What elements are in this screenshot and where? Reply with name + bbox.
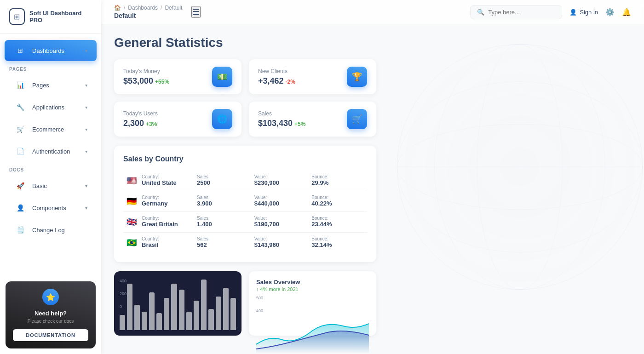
country-label: Country: <box>142 195 193 200</box>
stat-card-clients: New Clients +3,462 -2% 🏆 <box>249 59 376 94</box>
value-cell: Value: $440,000 <box>253 191 310 212</box>
bounce-value: 29.9% <box>311 179 365 186</box>
documentation-button[interactable]: DOCUMENTATION <box>13 329 88 341</box>
sales-label: Sales: <box>197 195 251 200</box>
help-star-icon: ⭐ <box>42 289 59 305</box>
sidebar-item-components[interactable]: 👤 Components ▾ <box>5 197 97 218</box>
sidebar-item-pages[interactable]: 📊 Pages ▾ <box>5 74 97 96</box>
content-area: /* dots rendered via JS below */ General… <box>101 24 644 354</box>
flag-cell: 🇬🇧 <box>123 212 140 233</box>
bar-item <box>194 301 199 330</box>
search-box[interactable]: 🔍 <box>470 5 562 19</box>
bar-item <box>142 312 147 330</box>
bar-chart <box>114 280 242 336</box>
signin-label: Sign in <box>580 9 598 16</box>
bar-item <box>149 292 155 331</box>
sales-cell: Sales: 3.900 <box>195 191 253 212</box>
value-cell: Value: $143,960 <box>253 233 310 253</box>
sidebar-item-basic[interactable]: 🚀 Basic ▾ <box>5 175 97 196</box>
stat-value-clients: +3,462 <box>258 76 284 86</box>
stat-label-sales: Sales <box>258 110 305 117</box>
sales-by-country-card: Sales by Country 🇺🇸 Country: United Stat… <box>114 146 376 262</box>
stats-grid: Today's Money $53,000 +55% 💵 New Clients… <box>114 59 376 137</box>
value-label: Value: <box>254 216 308 221</box>
topbar-right: 🔍 👤 Sign in ⚙️ 🔔 <box>470 5 631 19</box>
country-value: Germany <box>142 200 193 207</box>
page-title: General Statistics <box>114 35 631 50</box>
breadcrumb-parent[interactable]: Dashboards <box>128 5 158 11</box>
value-amount: $230,900 <box>254 179 308 186</box>
bar-chart-card: 400 200 0 <box>114 271 242 336</box>
stat-info-money: Today's Money $53,000 +55% <box>123 68 169 86</box>
stat-icon-clients: 🏆 <box>347 67 367 87</box>
flag-icon: 🇺🇸 <box>125 174 138 187</box>
flag-icon: 🇧🇷 <box>125 236 138 249</box>
bounce-label: Bounce: <box>311 195 365 200</box>
stat-value-sales: $103,430 <box>258 119 293 128</box>
table-row: 🇩🇪 Country: Germany Sales: 3.900 Value: … <box>123 191 367 212</box>
hamburger-button[interactable]: ☰ <box>191 6 201 18</box>
country-label: Country: <box>142 216 193 221</box>
chevron-down-icon: ▾ <box>85 83 87 88</box>
sidebar-item-label: Dashboards <box>32 47 80 54</box>
bounce-label: Bounce: <box>311 216 365 221</box>
bounce-label: Bounce: <box>311 174 365 179</box>
bounce-cell: Bounce: 29.9% <box>310 171 367 191</box>
svg-point-0 <box>397 44 643 290</box>
search-icon: 🔍 <box>477 9 484 16</box>
country-cell: Country: United State <box>140 171 195 191</box>
sidebar-item-changelog[interactable]: 🗒️ Change Log <box>5 219 97 240</box>
notification-icon[interactable]: 🔔 <box>622 8 631 17</box>
stat-change-sales: +5% <box>294 121 305 127</box>
value-cell: Value: $230,900 <box>253 171 310 191</box>
dashboards-icon: ⊞ <box>14 44 27 57</box>
sidebar-item-label: Pages <box>32 82 80 89</box>
bar-item <box>216 297 221 330</box>
sales-label: Sales: <box>197 236 251 241</box>
user-icon: 👤 <box>569 9 577 16</box>
chevron-down-icon: ▾ <box>85 48 87 53</box>
bar-item <box>127 284 132 330</box>
sales-label: Sales: <box>197 174 251 179</box>
value-cell: Value: $190,700 <box>253 212 310 233</box>
stat-info-clients: New Clients +3,462 -2% <box>258 68 295 86</box>
sales-table-title: Sales by Country <box>123 155 367 163</box>
flag-cell: 🇧🇷 <box>123 233 140 253</box>
breadcrumb: 🏠 / Dashboards / Default Default <box>114 5 182 19</box>
sales-label: Sales: <box>197 216 251 221</box>
sales-overview-title: Sales Overview <box>256 279 369 285</box>
signin-button[interactable]: 👤 Sign in <box>569 9 598 16</box>
bounce-value: 23.44% <box>311 221 365 228</box>
breadcrumb-path: 🏠 / Dashboards / Default <box>114 5 182 11</box>
logo-text: Soft UI Dashboard PRO <box>29 10 92 23</box>
changelog-icon: 🗒️ <box>14 223 27 236</box>
sales-overview-subtitle: ↑ 4% more in 2021 <box>256 286 369 292</box>
sidebar-item-dashboards[interactable]: ⊞ Dashboards ▾ <box>5 40 97 61</box>
stat-info-sales: Sales $103,430 +5% <box>258 110 305 128</box>
value-amount: $190,700 <box>254 221 308 228</box>
search-input[interactable] <box>488 9 555 16</box>
breadcrumb-leaf: Default <box>165 5 182 11</box>
logo-area: ⊞ Soft UI Dashboard PRO <box>0 0 101 34</box>
bar-item <box>201 280 207 330</box>
help-subtitle: Please check our docs <box>13 319 88 324</box>
sidebar-item-label: Ecommerce <box>32 126 80 133</box>
applications-icon: 🔧 <box>14 101 27 114</box>
line-chart <box>256 317 369 354</box>
country-value: Great Britain <box>142 221 193 228</box>
sales-overview-card: Sales Overview ↑ 4% more in 2021 500 400 <box>249 271 376 336</box>
sidebar-item-ecommerce[interactable]: 🛒 Ecommerce ▾ <box>5 119 97 140</box>
logo-icon: ⊞ <box>9 8 25 25</box>
bounce-cell: Bounce: 32.14% <box>310 233 367 253</box>
svg-point-1 <box>397 44 643 290</box>
sidebar-item-applications[interactable]: 🔧 Applications ▾ <box>5 97 97 118</box>
sales-overview-sub-text: 4% more in 2021 <box>260 286 299 292</box>
bar-item <box>171 284 177 330</box>
help-box: ⭐ Need help? Please check our docs DOCUM… <box>6 281 96 348</box>
bounce-cell: Bounce: 40.22% <box>310 191 367 212</box>
settings-icon[interactable]: ⚙️ <box>605 8 615 17</box>
stat-card-sales: Sales $103,430 +5% 🛒 <box>249 102 376 137</box>
flag-icon: 🇬🇧 <box>125 216 138 228</box>
country-value: United State <box>142 179 193 186</box>
sidebar-item-authentication[interactable]: 📄 Authentication ▾ <box>5 141 97 162</box>
